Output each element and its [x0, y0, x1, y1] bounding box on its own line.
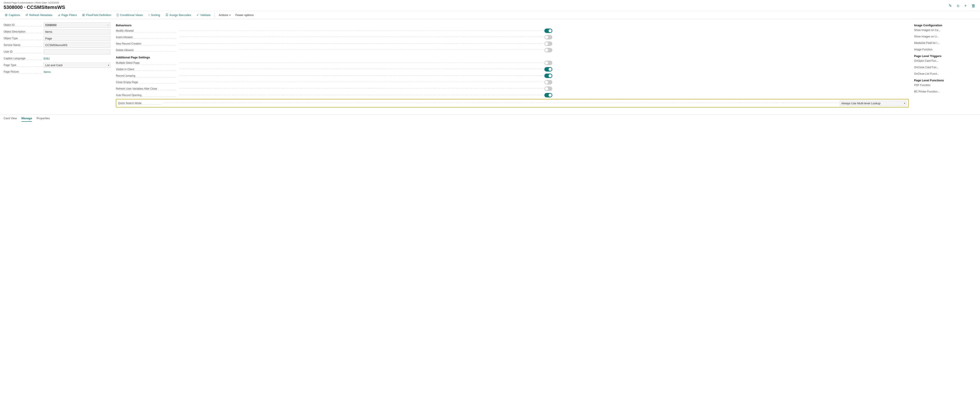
validate-button[interactable]: ✓ Validate — [194, 12, 213, 18]
captions-button[interactable]: ⊞ Captions — [3, 12, 22, 18]
actions-button[interactable]: Actions ▾ — [216, 13, 233, 18]
auto-record-label: Auto Record Opening — [116, 94, 178, 97]
page-filters-button[interactable]: ⊿ Page Filters — [56, 12, 79, 18]
tab-properties[interactable]: Properties — [37, 117, 50, 122]
object-id-dots-button[interactable]: ··· — [106, 23, 110, 27]
service-name-input[interactable] — [44, 43, 110, 48]
fewer-options-button[interactable]: Fewer options — [234, 13, 256, 18]
refresh-user-toggle[interactable] — [544, 86, 552, 91]
object-description-row: Object Description — [3, 29, 110, 35]
share-icon-btn[interactable]: ⎋ — [956, 3, 960, 9]
captions-icon: ⊞ — [5, 13, 8, 17]
add-icon-btn[interactable]: + — [963, 3, 967, 9]
visible-in-client-toggle[interactable] — [544, 67, 552, 72]
fewer-options-label: Fewer options — [235, 13, 254, 17]
object-description-label: Object Description — [3, 30, 44, 33]
close-empty-slider — [544, 80, 552, 85]
tab-manage[interactable]: Manage — [21, 117, 32, 122]
quick-search-highlighted-row: Quick Search Mode Always Use Multi-level… — [116, 99, 909, 107]
object-type-input[interactable] — [44, 36, 110, 41]
flowfield-label: FlowField Definition — [86, 13, 111, 17]
quick-search-select[interactable]: Always Use Multi-level Lookup Standard N… — [840, 101, 907, 106]
close-empty-row: Close Empty Page — [116, 79, 909, 85]
multiple-sided-toggle[interactable] — [544, 61, 552, 65]
delete-icon-btn[interactable]: 🗑 — [970, 3, 977, 9]
conditional-views-button[interactable]: ⟨⟩ Conditional Views — [114, 12, 145, 18]
multiple-sided-control — [544, 61, 909, 65]
modify-allowed-toggle[interactable] — [544, 29, 552, 33]
onopen-label: OnOpen Card Fun... — [914, 59, 939, 62]
barcode-icon: ☰ — [165, 13, 169, 17]
new-record-creation-row: New Record Creation — [116, 41, 909, 46]
page-title: 5308000 · CCSMSItemsWS — [3, 5, 65, 10]
actions-label: Actions — [219, 13, 228, 17]
caption-language-link[interactable]: ENU — [44, 57, 50, 60]
image-function-row: Image Function — [914, 47, 977, 53]
show-images-list-row: Show Images on Li... — [914, 34, 977, 40]
page-picture-row: Page Picture Items — [3, 69, 110, 75]
object-id-input-wrapper: ··· — [44, 22, 110, 28]
refresh-metadata-label: Refresh Metadata — [29, 13, 52, 17]
delete-allowed-slider — [544, 48, 552, 53]
object-description-input[interactable] — [44, 29, 110, 34]
page-type-select[interactable]: List and Card — [44, 62, 110, 68]
insert-allowed-slider — [544, 35, 552, 40]
refresh-user-row: Refresh User Variables After Close — [116, 86, 909, 92]
record-jumping-slider — [544, 73, 552, 78]
user-id-input[interactable] — [44, 49, 110, 54]
object-description-value — [44, 29, 110, 34]
conditional-icon: ⟨⟩ — [116, 13, 119, 17]
modify-allowed-slider — [544, 29, 552, 33]
record-jumping-label: Record Jumping — [116, 74, 178, 77]
caption-language-label: Caption Language — [3, 57, 44, 60]
quick-search-row: Quick Search Mode Always Use Multi-level… — [118, 100, 907, 106]
delete-allowed-label: Delete Allowed — [116, 49, 178, 52]
modify-allowed-row: Modify Allowed — [116, 28, 909, 34]
sorting-button[interactable]: ↕ Sorting — [146, 12, 162, 18]
object-id-input[interactable] — [44, 23, 106, 27]
show-images-card-row: Show Images on Ca... — [914, 27, 977, 33]
tab-card-view[interactable]: Card View — [3, 117, 17, 122]
assign-barcodes-button[interactable]: ☰ Assign Barcodes — [163, 12, 194, 18]
visible-in-client-slider — [544, 67, 552, 72]
header-left: Global Page Customization | Work Date: 1… — [3, 2, 65, 10]
show-images-list-label: Show Images on Li... — [914, 35, 939, 38]
close-empty-toggle[interactable] — [544, 80, 552, 85]
delete-allowed-toggle[interactable] — [544, 48, 552, 53]
refresh-user-label: Refresh User Variables After Close — [116, 87, 178, 90]
caption-language-value: ENU — [44, 57, 110, 60]
object-id-label: Object ID — [3, 23, 44, 27]
edit-icon-btn[interactable]: ✎ — [948, 2, 953, 9]
page-type-wrapper: List and Card ▾ — [44, 62, 110, 68]
behaviours-section: Behaviours Modify Allowed Insert Allowed — [116, 22, 909, 108]
object-type-value — [44, 36, 110, 41]
image-function-label: Image Function — [914, 48, 932, 51]
record-jumping-toggle[interactable] — [544, 73, 552, 78]
object-id-row: Object ID ··· — [3, 22, 110, 28]
insert-allowed-toggle[interactable] — [544, 35, 552, 40]
insert-allowed-row: Insert Allowed — [116, 34, 909, 40]
auto-record-row: Auto Record Opening — [116, 92, 909, 98]
multiple-sided-label: Multiple Sided Page — [116, 61, 178, 64]
filter-icon: ⊿ — [58, 13, 60, 17]
conditional-views-label: Conditional Views — [120, 13, 143, 17]
sorting-icon: ↕ — [148, 13, 150, 17]
additional-settings-title: Additional Page Settings — [116, 56, 909, 59]
page-type-label: Page Type — [3, 64, 44, 67]
user-id-label: User ID — [3, 50, 44, 53]
object-id-value: ··· — [44, 22, 110, 28]
multiple-sided-slider — [544, 61, 552, 65]
auto-record-toggle[interactable] — [544, 93, 552, 97]
page-picture-link[interactable]: Items — [44, 70, 51, 73]
validate-icon: ✓ — [196, 13, 199, 17]
close-empty-label: Close Empty Page — [116, 81, 178, 84]
sorting-label: Sorting — [151, 13, 160, 17]
flowfield-definition-button[interactable]: ⊞ FlowField Definition — [80, 12, 113, 18]
page-picture-label: Page Picture — [3, 70, 44, 73]
multiple-sided-row: Multiple Sided Page — [116, 60, 909, 66]
main-content: Object ID ··· Object Description Object … — [0, 19, 980, 111]
new-record-creation-toggle[interactable] — [544, 42, 552, 46]
auto-record-control — [544, 93, 909, 97]
refresh-metadata-button[interactable]: ↺ Refresh Metadata — [23, 12, 54, 18]
auto-record-slider — [544, 93, 552, 97]
